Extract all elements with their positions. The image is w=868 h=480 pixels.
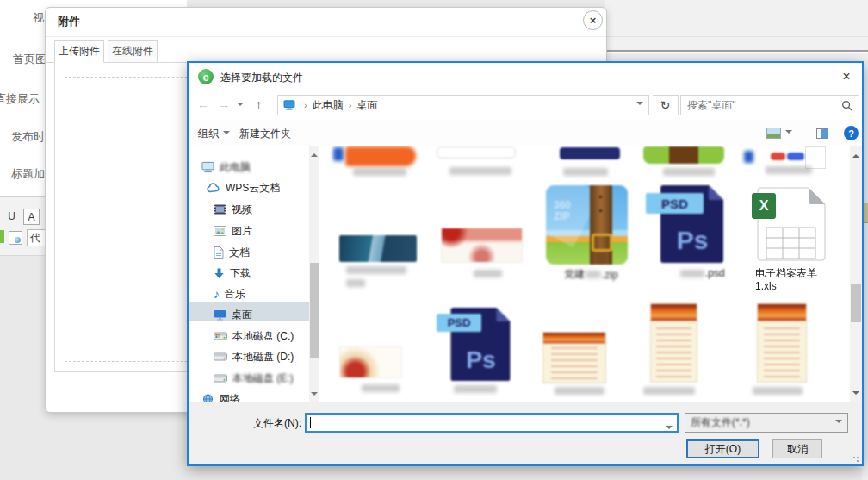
file-thumbnail[interactable]: [339, 346, 402, 378]
webpage-thumbnail[interactable]: [542, 332, 606, 383]
divider: [605, 36, 868, 37]
sidebar-item-desktop[interactable]: 桌面: [189, 305, 309, 324]
file-thumbnail[interactable]: [339, 235, 417, 262]
sidebar-item-music[interactable]: ♪ 音乐: [189, 284, 309, 303]
zip-file-thumbnail[interactable]: 360ZIP: [546, 185, 628, 265]
file-list: 360ZIP 党建 .zip Ps PSD: [319, 146, 850, 402]
ps-letters: Ps: [466, 346, 496, 373]
sidebar-item-wps-cloud[interactable]: WPS云文档: [189, 178, 309, 197]
webpage-thumbnail[interactable]: [757, 303, 807, 383]
file-thumbnail[interactable]: [771, 153, 785, 160]
filename-dropdown-icon[interactable]: [666, 421, 673, 436]
file-name-blurred: [663, 168, 715, 176]
breadcrumb[interactable]: › 此电脑 › 桌面: [277, 95, 649, 115]
filetype-dropdown-icon: [835, 417, 842, 429]
disk-icon: [214, 373, 227, 383]
file-list-scrollbar[interactable]: [850, 146, 862, 402]
cancel-button[interactable]: 取消: [772, 439, 822, 458]
preview-pane-button[interactable]: [816, 128, 828, 139]
scroll-up-icon[interactable]: [852, 151, 859, 158]
disk-icon: [214, 352, 227, 362]
sidebar-item-documents[interactable]: 文档: [189, 243, 309, 262]
sidebar-item-downloads[interactable]: 下载: [189, 264, 309, 283]
file-name-blurred: [346, 266, 406, 274]
address-dropdown-icon[interactable]: [636, 99, 643, 111]
form-label-homepage-image: 首页图: [13, 52, 46, 67]
forward-icon[interactable]: →: [218, 97, 230, 111]
file-dialog-titlebar[interactable]: e 选择要加载的文件 ×: [189, 63, 862, 90]
insert-page-icon[interactable]: [9, 231, 22, 245]
file-thumbnail[interactable]: [441, 228, 523, 263]
file-name-partially-blurred: 党建 .zip: [564, 267, 618, 282]
sidebar-item-pictures[interactable]: 图片: [189, 221, 309, 240]
sidebar-label: 桌面: [232, 308, 252, 322]
sidebar-item-disk-c[interactable]: 本地磁盘 (C:): [189, 327, 309, 346]
sidebar-label: 文档: [229, 246, 250, 260]
file-dialog-footer: 文件名(N): 所有文件(*.*) 打开(O) 取消: [189, 402, 862, 464]
close-icon[interactable]: ×: [583, 10, 603, 30]
file-thumbnail[interactable]: [560, 147, 620, 159]
search-input[interactable]: 搜索"桌面": [680, 95, 859, 115]
refresh-icon[interactable]: ↻: [653, 95, 679, 115]
new-folder-button[interactable]: 新建文件夹: [239, 127, 291, 141]
psd-file-thumbnail[interactable]: Ps PSD: [646, 185, 725, 265]
sidebar-label: 图片: [232, 224, 252, 239]
excel-file-thumbnail[interactable]: X: [752, 187, 828, 263]
file-name-blurred: [454, 385, 497, 393]
scrollbar-thumb[interactable]: [851, 284, 861, 322]
open-button[interactable]: 打开(O): [686, 439, 760, 458]
scroll-down-icon[interactable]: [852, 391, 859, 398]
font-color-button[interactable]: A: [23, 209, 40, 225]
sidebar-item-disk-d[interactable]: 本地磁盘 (D:): [189, 347, 309, 366]
form-label-direct-display: 直接展示: [0, 91, 40, 107]
history-chevron-icon[interactable]: [237, 103, 244, 109]
file-name-blurred: [450, 167, 512, 175]
sidebar-label: 网络: [220, 392, 240, 403]
sidebar-scrollbar[interactable]: [309, 146, 319, 402]
scrollbar-thumb[interactable]: [310, 263, 319, 358]
pictures-icon: [214, 226, 226, 236]
scroll-up-icon[interactable]: [311, 150, 318, 157]
tab-upload-attachment[interactable]: 上传附件: [54, 40, 104, 63]
sidebar-item-disk-e[interactable]: 本地磁盘 (E:): [189, 369, 309, 388]
view-thumbnails-button[interactable]: [766, 128, 792, 139]
back-icon[interactable]: ←: [197, 97, 209, 111]
sidebar-item-this-pc[interactable]: 此电脑: [189, 158, 309, 177]
help-button[interactable]: ?: [844, 126, 859, 140]
page-background-right: [605, 0, 868, 61]
file-thumbnail[interactable]: [333, 147, 344, 161]
search-icon[interactable]: [841, 100, 852, 111]
up-icon[interactable]: ↑: [256, 97, 262, 111]
psd-file-thumbnail[interactable]: Ps PSD: [437, 306, 514, 382]
editor-icon-fragment: [0, 230, 4, 243]
sidebar-label: 视频: [232, 203, 252, 217]
sidebar-label: 音乐: [225, 287, 245, 302]
file-thumbnail[interactable]: [345, 146, 416, 166]
sidebar-label: WPS云文档: [226, 181, 280, 196]
ps-letters: Ps: [677, 226, 709, 254]
file-name-blurred: [643, 387, 695, 395]
filetype-select[interactable]: 所有文件(*.*): [685, 413, 848, 433]
organize-button[interactable]: 组织: [198, 127, 230, 141]
breadcrumb-desktop[interactable]: 桌面: [356, 98, 377, 113]
breadcrumb-this-pc[interactable]: 此电脑: [313, 98, 344, 113]
file-thumbnail[interactable]: [437, 146, 516, 159]
close-icon[interactable]: ×: [834, 67, 859, 86]
zip-badge-zip: ZIP: [554, 211, 571, 222]
document-icon: [214, 246, 224, 259]
divider: [46, 36, 606, 37]
tab-online-attachment[interactable]: 在线附件: [108, 40, 158, 63]
filename-input[interactable]: [305, 413, 679, 433]
file-thumbnail[interactable]: [744, 151, 753, 163]
sidebar-item-network[interactable]: 网络: [189, 390, 309, 402]
webpage-thumbnail[interactable]: [650, 303, 698, 383]
underline-button[interactable]: U: [4, 209, 19, 223]
sidebar-item-videos[interactable]: 视频: [189, 200, 309, 219]
filetype-value: 所有文件(*.*): [691, 415, 750, 430]
filename-label: 文件名(N):: [228, 416, 301, 431]
file-thumbnail[interactable]: [787, 153, 804, 160]
file-thumbnail[interactable]: [643, 146, 724, 164]
resize-grip[interactable]: [852, 456, 859, 463]
address-bar: ← → ↑ › 此电脑 › 桌面 ↻ 搜索"桌面": [189, 90, 862, 120]
scroll-down-icon[interactable]: [311, 392, 318, 399]
